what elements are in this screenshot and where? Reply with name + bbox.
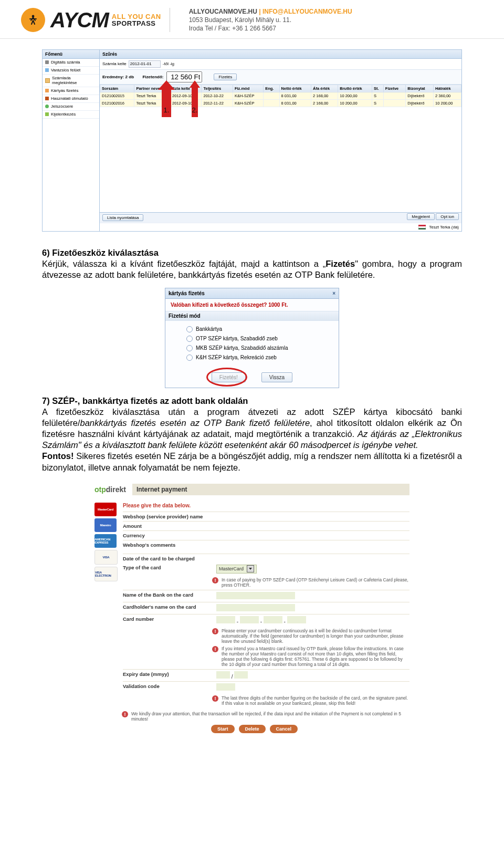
status-footer: Teszt Terka (da) [100, 223, 461, 231]
currency-label: Currency [123, 533, 212, 538]
section-7: 7) SZÉP-, bankkártya fizetés az adott ba… [42, 395, 462, 473]
radio-option[interactable]: OTP SZÉP kártya, Szabadidő zseb [186, 336, 329, 342]
col-header[interactable]: Sorszám [100, 85, 134, 92]
bankname-input[interactable] [216, 592, 295, 599]
megjelent-button[interactable]: Megjelent [407, 213, 435, 220]
result-label: Fizetendő: [142, 75, 163, 79]
sidebar-item[interactable]: Jelszócsere [43, 103, 99, 111]
contact-line2: 1053 Budapest, Károlyi Mihály u. 11. [189, 16, 352, 24]
mastercard-icon: MasterCard [94, 503, 117, 516]
sidebar-item[interactable]: Kártyás fizetés [43, 87, 99, 95]
table-cell: K&H-SZÉP [233, 99, 263, 107]
sidebar-header: Főmenü [43, 50, 99, 59]
vissza-button[interactable]: Vissza [261, 372, 292, 382]
radio-label: K&H SZÉP kártya, Rekreáció zseb [196, 355, 277, 360]
validation-input[interactable] [216, 683, 235, 691]
doc-icon [45, 78, 50, 83]
table-cell: 2012-10-22 [202, 92, 233, 99]
expiry-mm-input[interactable] [216, 671, 230, 679]
col-header[interactable]: Hátralék [434, 85, 461, 92]
card-logos: MasterCard Maestro AMERICAN EXPRESS VISA… [94, 503, 118, 708]
note-text: The last three digits of the number figu… [222, 695, 410, 706]
cardtype-select[interactable]: MasterCard [216, 565, 257, 574]
invoice-list-screenshot: Főmenü Digitális számla Varázslós felüet… [42, 49, 462, 232]
radio-option[interactable]: MKB SZÉP kártya, Szabadidő alszámla [186, 345, 329, 351]
cardnum-note-2: !If you intend you a Maestro card issued… [212, 646, 410, 667]
table-cell: S [372, 99, 384, 107]
cancel-button[interactable]: Cancel [270, 725, 298, 733]
radio-icon [186, 326, 193, 332]
filter-label: Számla kelte [102, 61, 127, 66]
sidebar-item[interactable]: Kijelentkezés [43, 111, 99, 119]
bankname-label: Name of the Bank on the card [123, 592, 212, 598]
otp-payment-screenshot: otpdirekt Internet payment MasterCard Ma… [94, 481, 410, 733]
cardnum-input-3[interactable] [264, 616, 282, 623]
col-header[interactable]: Fiz.mód [233, 85, 263, 92]
radio-option[interactable]: Bankkártya [186, 326, 329, 332]
sidebar-item[interactable]: Varázslós felüet [43, 67, 99, 75]
dialog-body: Bankkártya OTP SZÉP kártya, Szabadidő zs… [165, 321, 339, 370]
brand-line2: SPORTPASS [112, 20, 161, 27]
cardnum-label: Card number [123, 616, 212, 622]
fizetes-button[interactable]: Fizetés [214, 74, 237, 80]
main-panel: Szűrés Számla kelte -től -ig Eredmény: 2… [100, 50, 461, 231]
close-icon[interactable]: × [332, 290, 335, 296]
cardnum-input-2[interactable] [240, 616, 259, 623]
col-header[interactable]: Bizonylat [406, 85, 434, 92]
logo-icon [21, 8, 45, 32]
col-header[interactable]: Eng. [264, 85, 279, 92]
fizetes-dialog-button[interactable]: Fizetés! [212, 372, 246, 382]
table-cell: Díjbekérő [406, 99, 434, 107]
option-button[interactable]: Opt ion [436, 213, 459, 220]
flag-hu-icon [418, 225, 426, 230]
visa-icon: VISA [94, 550, 118, 565]
col-header[interactable]: Nettó érték [279, 85, 311, 92]
sidebar-item[interactable]: Használati útmutató [43, 95, 99, 103]
cardnum-input-4[interactable] [287, 616, 306, 623]
col-header[interactable]: Bruttó érték [338, 85, 372, 92]
payment-dialog-screenshot: kártyás fizetés × Valóban kifizeti a köv… [165, 288, 339, 388]
brand-block: AYCM ALL YOU CAN SPORTPASS [50, 11, 161, 29]
exit-icon [45, 112, 49, 116]
date-from-input[interactable] [129, 60, 161, 68]
radio-label: MKB SZÉP kártya, Szabadidő alszámla [196, 345, 288, 351]
table-header-row: Sorszám Partner neve Szla kelte Teljesít… [100, 85, 461, 92]
table-cell: 2 360,00 [434, 92, 461, 99]
table-cell: 2 168,00 [311, 92, 338, 99]
col-header[interactable]: Teljesítés [202, 85, 233, 92]
sidebar: Főmenü Digitális számla Varázslós felüet… [43, 50, 100, 231]
col-header[interactable]: Partner neve [134, 85, 171, 92]
contact-line3: Iroda Tel / Fax: +36 1 266 5667 [189, 24, 352, 33]
holder-input[interactable] [216, 604, 295, 611]
cardtype-value: MasterCard [219, 566, 244, 571]
table-row[interactable]: D121002015Teszt Terka2012-09-102012-10-2… [100, 92, 461, 99]
start-button[interactable]: Start [211, 725, 235, 733]
sidebar-item-label: Varázslós felüet [51, 68, 80, 72]
note-text: If you intend you a Maestro card issued … [222, 646, 410, 667]
col-header[interactable]: Fizetve [383, 85, 405, 92]
table-cell: 8 031,00 [279, 99, 311, 107]
sidebar-item[interactable]: Számlada megtekintése [43, 75, 99, 87]
delete-button[interactable]: Delete [239, 725, 266, 733]
col-header[interactable]: St. [372, 85, 384, 92]
table-cell [383, 92, 405, 99]
expiry-yy-input[interactable] [234, 671, 248, 679]
table-cell: 2012-09-10 [171, 92, 202, 99]
table-row[interactable]: D121002016Teszt Terka2012-09-102012-11-2… [100, 99, 461, 107]
dialog-section-header: Fizetési mód [165, 311, 339, 321]
print-button[interactable]: Lista nyomtatása [102, 214, 143, 221]
expiry-label: Expiry date (mmyy) [123, 671, 212, 677]
radio-option[interactable]: K&H SZÉP kártya, Rekreáció zseb [186, 355, 329, 361]
result-value-input[interactable] [166, 71, 202, 82]
col-header[interactable]: Áfa érték [311, 85, 338, 92]
sidebar-item[interactable]: Digitális számla [43, 59, 99, 67]
cardnum-input-1[interactable] [216, 616, 235, 623]
filter-header: Szűrés [100, 50, 461, 59]
amount-label: Amount [123, 523, 212, 529]
contact-email: INFO@ALLYOUCANMOVE.HU [262, 8, 352, 15]
bottom-bar: Lista nyomtatása Megjelent Opt ion [100, 212, 461, 223]
radio-icon [186, 345, 193, 351]
radio-icon [186, 336, 193, 342]
col-header[interactable]: Szla kelte [171, 85, 202, 92]
amex-icon: AMERICAN EXPRESS [94, 534, 117, 548]
